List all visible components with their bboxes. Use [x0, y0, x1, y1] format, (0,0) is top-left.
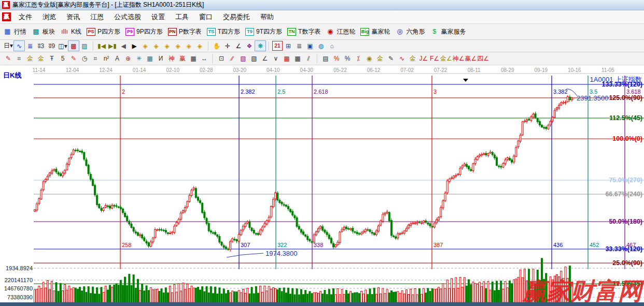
nav-first-bar-icon[interactable]: ▮◀ — [96, 41, 107, 51]
draw-star-rays-icon[interactable]: ✳ — [134, 54, 144, 64]
draw-gold-angle-icon[interactable]: 金 — [408, 54, 418, 64]
draw-gold-angle-2-icon[interactable]: 金∠ — [440, 54, 452, 64]
nav-zoom-fit-icon[interactable]: ◈ — [194, 41, 205, 51]
nav-volume-histogram-icon[interactable]: ▨ — [79, 41, 90, 51]
nav-web-link-icon[interactable]: ◍ — [316, 41, 326, 51]
nav-zoom-x-icon[interactable]: ◈ — [173, 41, 183, 51]
nav-period-dropdown-icon[interactable]: 日▾ — [3, 41, 13, 51]
nav-overlay-curve-icon[interactable]: ∿ — [14, 41, 24, 51]
nav-angle-measure-icon[interactable]: ∠ — [233, 41, 244, 51]
draw-shen-tool-icon[interactable]: 神 — [166, 54, 177, 64]
window-titlebar[interactable]: 赢 赢家江恩专业版[赢家内部服务平台] - [上证指数 SH1A0001-251… — [0, 0, 644, 10]
nav-zoom-h-icon[interactable]: ◈ — [162, 41, 172, 51]
draw-a-wave-icon[interactable]: A — [112, 54, 122, 64]
nav-memo-icon[interactable]: ≣ — [294, 41, 304, 51]
nav-ma-3-icon[interactable]: ʬ3 — [36, 41, 46, 51]
nav-crosshair-icon[interactable]: ✛ — [222, 41, 233, 51]
toolbar-button-winner-wheel[interactable]: Big赢家轮 — [360, 27, 390, 36]
draw-percent-line-icon[interactable]: ⁒ — [353, 54, 363, 64]
draw-percent-plain-icon[interactable]: % — [342, 54, 353, 64]
nav-workstation-icon[interactable]: ⌂ — [327, 41, 337, 51]
draw-pencil-tool-icon[interactable]: ✎ — [3, 54, 13, 64]
draw-gold-ratio-2-icon[interactable]: 金 — [36, 54, 46, 64]
toolbar-button-sectors[interactable]: ▩板块 — [32, 27, 55, 36]
nav-f10-info-icon[interactable]: ≣ — [25, 41, 35, 51]
draw-j-angle-icon[interactable]: J∠ — [418, 54, 429, 64]
draw-f-angle-icon[interactable]: F∠ — [429, 54, 440, 64]
draw-v-wave-icon[interactable]: ∨ — [271, 54, 281, 64]
nav-zoom-right-icon[interactable]: ◈ — [151, 41, 161, 51]
draw-dark-grid-icon[interactable]: ▦ — [292, 54, 303, 64]
draw-parallel-lines-icon[interactable]: ⫽ — [303, 54, 314, 64]
toolbar-button-9t-square[interactable]: T99T四方形 — [245, 27, 282, 36]
toolbar-button-winner-service[interactable]: $赢家服务 — [430, 27, 466, 36]
draw-wave-tool-icon[interactable]: ∿ — [397, 54, 407, 64]
draw-grid-123-icon[interactable]: ▦ — [188, 54, 199, 64]
draw-box-fan-icon[interactable]: ▨ — [238, 54, 248, 64]
menu-0[interactable]: 文件 — [13, 11, 37, 23]
nav-prev-bar-icon[interactable]: ◀ — [118, 41, 129, 51]
draw-box-tool-icon[interactable]: ⊡ — [216, 54, 227, 64]
draw-bar-ruler-icon[interactable]: ⌗ — [90, 54, 101, 64]
draw-ink-pencil-icon[interactable]: ✎ — [386, 54, 396, 64]
toolbar-button-9p-square[interactable]: P99P四方形 — [125, 27, 163, 36]
draw-angle-line-icon[interactable]: ∠ — [260, 54, 270, 64]
nav-save-icon[interactable]: ▣ — [305, 41, 315, 51]
nav-zoom-left-icon[interactable]: ◈ — [140, 41, 150, 51]
menu-9[interactable]: 帮助 — [255, 11, 279, 23]
nav-zoom-all-icon[interactable]: ◈ — [184, 41, 194, 51]
draw-ying-angle-icon[interactable]: 赢∠ — [465, 54, 477, 64]
nav-pattern-tool-icon[interactable]: ▩ — [68, 41, 79, 51]
toolbar-button-p-square[interactable]: PSP四方形 — [87, 27, 120, 36]
toolbar-button-kline[interactable]: ıllıK线 — [60, 27, 81, 36]
menu-4[interactable]: 公式选股 — [109, 11, 146, 23]
ts-box-icon: TS — [207, 28, 216, 36]
draw-grid-box-icon[interactable]: ▦ — [145, 54, 155, 64]
nav-last-bar-icon[interactable]: ▶▮ — [107, 41, 118, 51]
menu-8[interactable]: 交易委托 — [218, 11, 255, 23]
menu-2[interactable]: 资讯 — [61, 11, 85, 23]
draw-red-pencil-icon[interactable]: ✎ — [68, 54, 79, 64]
toolbar-button-p-number-table[interactable]: PNP数字表 — [168, 27, 202, 36]
draw-ruler-grid-icon[interactable]: ⌗ — [14, 54, 24, 64]
toolbar-button-gann-wheel[interactable]: ◉江恩轮 — [326, 27, 355, 36]
draw-si-angle-icon[interactable]: 四∠ — [477, 54, 489, 64]
nav-ma-9-icon[interactable]: ʬ9 — [47, 41, 57, 51]
date-tick-label: 11-14 — [33, 67, 46, 73]
toolbar-button-t-number-table[interactable]: TNT数字表 — [287, 27, 320, 36]
nav-next-bar-icon[interactable]: ▶ — [129, 41, 139, 51]
draw-red-grid-icon[interactable]: ▦ — [282, 54, 292, 64]
draw-percent-red-icon[interactable]: % — [331, 54, 342, 64]
draw-zigzag-icon[interactable]: И — [156, 54, 166, 64]
nav-calculator-icon[interactable]: ⊞ — [283, 41, 293, 51]
toolbar-button-hexagon[interactable]: ◎六角形 — [395, 27, 425, 36]
draw-n-square-icon[interactable]: n² — [101, 54, 111, 64]
draw-shen-angle-icon[interactable]: 神∠ — [453, 54, 465, 64]
menu-6[interactable]: 工具 — [170, 11, 194, 23]
draw-fan-rays-icon[interactable]: ∕∕ — [227, 54, 237, 64]
nav-calendar-21-icon[interactable]: 21 — [272, 41, 283, 51]
draw-ying-tool-icon[interactable]: 赢 — [177, 54, 188, 64]
menu-7[interactable]: 窗口 — [194, 11, 218, 23]
menu-1[interactable]: 浏览 — [37, 11, 61, 23]
draw-span-arrows-icon[interactable]: ↔ — [199, 54, 209, 64]
kline-chart[interactable]: 11-1412-0412-2401-1402-1002-2803-2004-10… — [0, 65, 644, 306]
toolbar-button-quotes[interactable]: ▦行情 — [3, 27, 26, 36]
menu-3[interactable]: 江恩 — [85, 11, 109, 23]
draw-box-x-icon[interactable]: ▧ — [249, 54, 259, 64]
menu-5[interactable]: 设置 — [146, 11, 170, 23]
nav-candle-style-dropdown-icon[interactable]: ◫▾ — [58, 41, 68, 51]
draw-time-clock-icon[interactable]: ◷ — [79, 54, 90, 64]
draw-circle-cross-icon[interactable]: ⊕ — [123, 54, 133, 64]
draw-five-lines-icon[interactable]: 5 — [58, 54, 68, 64]
draw-gold-ratio-1-icon[interactable]: 金 — [25, 54, 35, 64]
draw-percent-list-icon[interactable]: ▤ — [320, 54, 331, 64]
nav-pan-hand-icon[interactable]: ✋ — [212, 41, 222, 51]
draw-gold-lines-icon[interactable]: 金 — [375, 54, 385, 64]
nav-fractal-tool-icon[interactable]: ❖ — [244, 41, 255, 51]
nav-smart-analysis-icon[interactable]: ❋ — [255, 41, 265, 51]
period-label: 日K线 — [3, 71, 21, 79]
draw-gold-circle-icon[interactable]: ◉ — [364, 54, 374, 64]
toolbar-button-t-square[interactable]: TST四方形 — [207, 27, 240, 36]
draw-f-lines-icon[interactable]: Ŧ — [47, 54, 57, 64]
